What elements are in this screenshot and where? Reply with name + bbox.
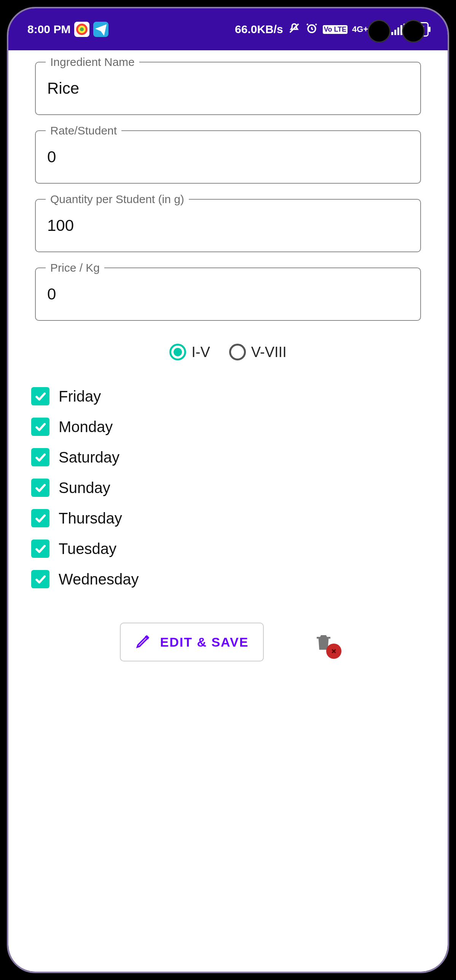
svg-point-2: [80, 27, 84, 31]
check-item-thursday[interactable]: Thursday: [31, 509, 421, 527]
form-content: Ingredient Name Rate/Student Quantity pe…: [8, 50, 448, 684]
status-time: 8:00 PM: [27, 23, 70, 36]
input-qty[interactable]: [35, 199, 421, 252]
net-type: 4G+: [352, 24, 368, 34]
field-price: Price / Kg: [35, 267, 421, 321]
alarm-icon: [305, 22, 318, 37]
check-item-friday[interactable]: Friday: [31, 387, 421, 405]
camera-cutout: [368, 20, 425, 43]
days-checklist: Friday Monday Saturday Sunday: [31, 387, 421, 588]
radio-circle-selected-icon: [169, 344, 186, 360]
phone-frame: 8:00 PM 66.0KB/s Vo LT: [0, 0, 456, 980]
status-net-speed: 66.0KB/s: [235, 23, 283, 36]
label-qty: Quantity per Student (in g): [46, 193, 189, 206]
check-label: Wednesday: [59, 571, 139, 588]
check-item-tuesday[interactable]: Tuesday: [31, 540, 421, 558]
check-item-wednesday[interactable]: Wednesday: [31, 570, 421, 588]
app-icon-1: [74, 22, 89, 37]
screen: 8:00 PM 66.0KB/s Vo LT: [8, 8, 448, 972]
edit-save-label: EDIT & SAVE: [160, 635, 249, 650]
action-row: EDIT & SAVE: [35, 623, 421, 661]
volte-badge: Vo LTE: [323, 25, 348, 34]
check-label: Saturday: [59, 449, 120, 466]
check-label: Sunday: [59, 479, 110, 496]
radio-label-5-8: V-VIII: [251, 344, 287, 360]
check-item-saturday[interactable]: Saturday: [31, 448, 421, 466]
checkbox-checked-icon: [31, 387, 49, 405]
field-rate: Rate/Student: [35, 130, 421, 184]
check-label: Friday: [59, 388, 101, 405]
delete-button[interactable]: [313, 631, 336, 653]
pencil-icon: [135, 632, 153, 652]
edit-save-button[interactable]: EDIT & SAVE: [120, 623, 264, 661]
checkbox-checked-icon: [31, 418, 49, 436]
radio-label-1-5: I-V: [191, 344, 210, 360]
radio-class-5-8[interactable]: V-VIII: [229, 344, 287, 360]
input-rate[interactable]: [35, 130, 421, 184]
radio-class-1-5[interactable]: I-V: [169, 344, 210, 360]
input-price[interactable]: [35, 267, 421, 321]
checkbox-checked-icon: [31, 509, 49, 527]
check-label: Thursday: [59, 510, 122, 527]
app-icon-2: [93, 22, 108, 37]
check-item-monday[interactable]: Monday: [31, 418, 421, 436]
field-qty: Quantity per Student (in g): [35, 199, 421, 252]
input-ingredient[interactable]: [35, 62, 421, 115]
checkbox-checked-icon: [31, 448, 49, 466]
class-radio-group: I-V V-VIII: [35, 344, 421, 360]
checkbox-checked-icon: [31, 540, 49, 558]
close-badge-icon: [326, 644, 341, 659]
checkbox-checked-icon: [31, 479, 49, 497]
phone-bezel: 8:00 PM 66.0KB/s Vo LT: [7, 7, 449, 973]
label-price: Price / Kg: [46, 261, 104, 274]
check-label: Tuesday: [59, 540, 116, 557]
status-bar: 8:00 PM 66.0KB/s Vo LT: [8, 8, 448, 50]
radio-circle-icon: [229, 344, 246, 360]
label-ingredient: Ingredient Name: [46, 56, 139, 69]
label-rate: Rate/Student: [46, 124, 121, 137]
mute-icon: [288, 22, 301, 37]
check-item-sunday[interactable]: Sunday: [31, 479, 421, 497]
field-ingredient: Ingredient Name: [35, 62, 421, 115]
check-label: Monday: [59, 418, 113, 436]
checkbox-checked-icon: [31, 570, 49, 588]
